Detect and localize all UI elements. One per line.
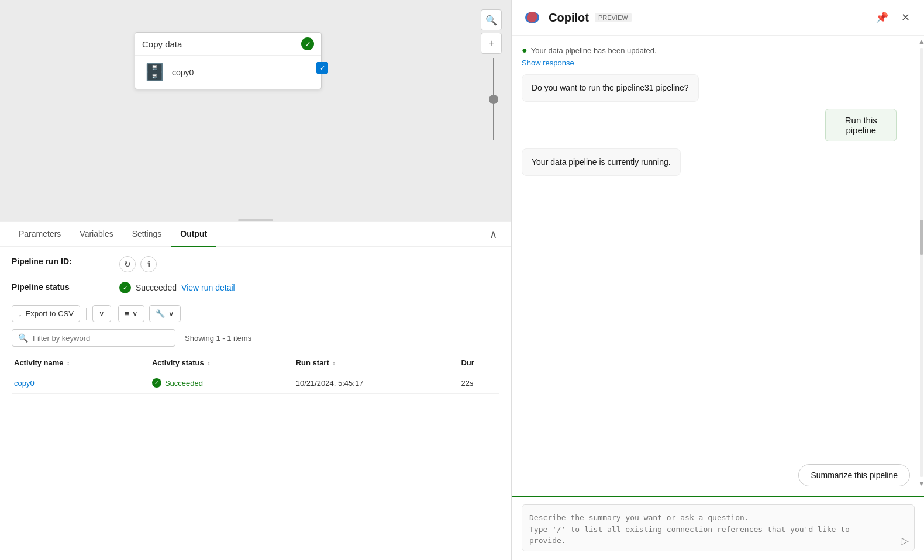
chat-spacer — [522, 183, 915, 457]
running-bubble: Your data pipeline is currently running. — [522, 148, 681, 176]
col-duration: Dur — [458, 354, 499, 372]
left-panel: 🔍 + Copy data ✓ 🗄️ copy0 ✓ — [0, 0, 512, 560]
search-box[interactable]: 🔍 — [12, 329, 175, 347]
close-copilot-button[interactable]: ✕ — [896, 8, 915, 27]
canvas-toolbar: 🔍 + — [481, 9, 502, 54]
activity-table: Activity name ↕ Activity status ↕ Run st… — [12, 354, 499, 394]
row-status-icon: ✓ — [152, 378, 161, 388]
copilot-title: Copilot — [549, 11, 589, 25]
summarize-pipeline-button[interactable]: Summarize this pipeline — [798, 464, 910, 486]
running-text: Your data pipeline is currently running. — [532, 157, 671, 167]
col-activity-status: Activity status ↕ — [150, 354, 294, 372]
plus-icon: + — [488, 38, 494, 49]
canvas-divider — [238, 219, 273, 221]
right-scrollbar[interactable]: ▲ ▼ — [919, 35, 924, 490]
cell-run-start: 10/21/2024, 5:45:17 — [294, 372, 459, 394]
filter-chevron-icon: ∨ — [132, 309, 138, 318]
export-dropdown-button[interactable]: ∨ — [92, 305, 111, 322]
copilot-header: Copilot PREVIEW 📌 ✕ — [512, 0, 924, 36]
export-label: Export to CSV — [26, 309, 74, 318]
sort-icon-activity-status[interactable]: ↕ — [207, 360, 210, 367]
zoom-slider[interactable] — [493, 58, 494, 140]
scroll-thumb — [920, 220, 923, 255]
filter-row: 🔍 Showing 1 - 1 items — [12, 329, 499, 347]
pipeline-status-label: Pipeline status — [12, 282, 105, 293]
zoom-handle[interactable] — [489, 95, 498, 104]
scroll-up-arrow[interactable]: ▲ — [918, 37, 924, 46]
show-response-link[interactable]: Show response — [522, 58, 574, 67]
pipeline-status-value: ✓ Succeeded View run detail — [119, 282, 499, 293]
tab-variables[interactable]: Variables — [70, 222, 122, 247]
header-actions: 📌 ✕ — [873, 8, 915, 27]
filter-columns-button[interactable]: ≡ ∨ — [118, 305, 145, 322]
sort-icon-run-start[interactable]: ↕ — [332, 360, 335, 367]
sort-icon-activity-name[interactable]: ↕ — [67, 360, 70, 367]
node-title: Copy data — [142, 39, 182, 49]
table-header-row: Activity name ↕ Activity status ↕ Run st… — [12, 354, 499, 372]
node-activity-name: copy0 — [172, 68, 194, 77]
canvas-area: 🔍 + Copy data ✓ 🗄️ copy0 ✓ — [0, 0, 511, 221]
search-icon: 🔍 — [485, 15, 497, 26]
export-divider — [86, 308, 87, 320]
settings-button[interactable]: 🔧 ∨ — [149, 305, 181, 322]
send-button[interactable]: ▷ — [901, 534, 909, 547]
check-circle-icon: ● — [522, 45, 527, 56]
search-canvas-button[interactable]: 🔍 — [481, 9, 502, 30]
chat-input-area: ▷ — [512, 496, 924, 560]
output-content: Pipeline run ID: ↻ ℹ Pipeline status ✓ S… — [0, 247, 511, 403]
col-run-start: Run start ↕ — [294, 354, 459, 372]
zoom-track — [493, 58, 494, 140]
tab-settings[interactable]: Settings — [123, 222, 171, 247]
view-run-detail-link[interactable]: View run detail — [181, 283, 235, 292]
copilot-logo — [522, 7, 543, 28]
cell-activity-status: ✓ Succeeded — [150, 372, 294, 394]
pipeline-updated-row: ● Your data pipeline has been updated. — [522, 45, 657, 56]
zoom-in-button[interactable]: + — [481, 33, 502, 54]
table-row: copy0 ✓ Succeeded 10/21/2024, 5:45:17 22… — [12, 372, 499, 394]
close-icon: ✕ — [901, 11, 910, 24]
pipeline-run-id-label: Pipeline run ID: — [12, 256, 105, 272]
showing-count-text: Showing 1 - 1 items — [185, 334, 251, 343]
chat-message-updated: ● Your data pipeline has been updated. S… — [522, 45, 657, 67]
bottom-panel: Parameters Variables Settings Output ∧ P… — [0, 221, 511, 560]
copy-data-node[interactable]: Copy data ✓ 🗄️ copy0 ✓ — [135, 32, 322, 89]
run-pipeline-action-button[interactable]: Run this pipeline — [825, 109, 897, 141]
tab-output[interactable]: Output — [171, 222, 216, 247]
chat-message-running: Your data pipeline is currently running. — [522, 148, 681, 176]
pipeline-updated-text: Your data pipeline has been updated. — [531, 46, 657, 55]
scroll-track — [920, 48, 923, 477]
run-question-bubble: Do you want to run the pipeline31 pipeli… — [522, 74, 699, 102]
send-icon: ▷ — [901, 535, 909, 547]
col-activity-name: Activity name ↕ — [12, 354, 150, 372]
chat-area: ● Your data pipeline has been updated. S… — [512, 36, 924, 496]
cell-duration: 22s — [458, 372, 499, 394]
status-success-icon: ✓ — [119, 282, 131, 293]
pin-button[interactable]: 📌 — [873, 8, 891, 27]
tab-bar: Parameters Variables Settings Output ∧ — [0, 222, 511, 247]
toolbar-row: ↓ Export to CSV ∨ ≡ ∨ 🔧 ∨ — [12, 305, 499, 322]
filter-icon: ≡ — [125, 309, 129, 318]
keyword-filter-input[interactable] — [33, 334, 169, 343]
chat-message-run-question: Do you want to run the pipeline31 pipeli… — [522, 74, 699, 102]
search-icon-small: 🔍 — [18, 333, 28, 343]
pipeline-info-grid: Pipeline run ID: ↻ ℹ Pipeline status ✓ S… — [12, 256, 499, 293]
refresh-button[interactable]: ↻ — [119, 256, 136, 272]
chevron-down-icon: ∨ — [99, 309, 105, 318]
chat-message-run-action: Run this pipeline — [825, 109, 915, 141]
preview-badge: PREVIEW — [595, 13, 632, 22]
export-csv-button[interactable]: ↓ Export to CSV — [12, 305, 80, 322]
summarize-container: Summarize this pipeline — [522, 464, 915, 486]
activity-name-link[interactable]: copy0 — [14, 379, 35, 388]
cell-activity-name: copy0 — [12, 372, 150, 394]
info-button[interactable]: ℹ — [140, 256, 157, 272]
copilot-panel: Copilot PREVIEW 📌 ✕ ▲ ▼ ● Your data pipe… — [512, 0, 924, 560]
node-body: 🗄️ copy0 — [135, 56, 321, 89]
chat-input[interactable] — [522, 504, 915, 551]
node-header: Copy data ✓ — [135, 33, 321, 56]
scroll-down-arrow[interactable]: ▼ — [918, 479, 924, 488]
pipeline-status-text: Succeeded — [136, 283, 177, 292]
collapse-button[interactable]: ∧ — [485, 223, 502, 246]
tab-parameters[interactable]: Parameters — [9, 222, 70, 247]
input-wrapper: ▷ — [522, 504, 915, 553]
pin-icon: 📌 — [875, 11, 888, 24]
